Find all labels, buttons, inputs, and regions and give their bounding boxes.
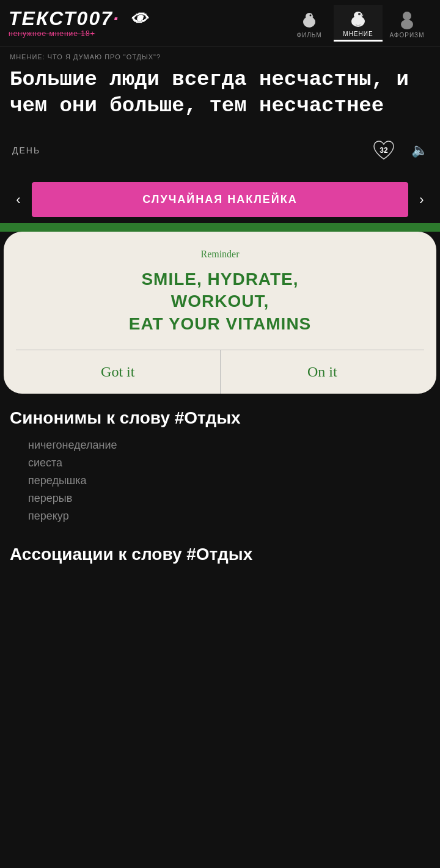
- reminder-label: Reminder: [200, 249, 239, 260]
- svg-point-8: [358, 13, 361, 15]
- hen-icon: [347, 7, 369, 29]
- nav-film-label: ФИЛЬМ: [296, 32, 321, 39]
- day-label: ДЕНЬ: [12, 145, 40, 155]
- prev-sticker-btn[interactable]: ‹: [5, 184, 32, 216]
- sticker-bar: ‹ СЛУЧАЙНАЯ НАКЛЕЙКА ›: [0, 176, 440, 223]
- nav-opinion-label: МНЕНИЕ: [343, 31, 373, 37]
- volume-icon[interactable]: 🔈: [411, 142, 428, 158]
- header: ТЕКСТ007· 👁 ненужное мнение 18+ ФИЛЬМ: [0, 0, 440, 47]
- quote-text: Большие люди всегда несчастны, и чем они…: [10, 67, 430, 119]
- list-item: сиеста: [28, 454, 430, 472]
- next-sticker-btn[interactable]: ›: [408, 184, 435, 216]
- logo-dot: ·: [113, 7, 120, 29]
- silhouette-icon: [396, 9, 418, 31]
- svg-point-10: [403, 12, 411, 20]
- logo-text: ТЕКСТ007· 👁: [9, 9, 285, 29]
- reminder-actions: Got it On it: [16, 350, 424, 394]
- synonyms-list: ничегонеделание сиеста передышка перерыв…: [10, 436, 430, 525]
- header-nav: ФИЛЬМ МНЕНИЕ АФОРИЗМ: [285, 5, 431, 42]
- synonyms-section: Синонимы к слову #Отдых ничегонеделание …: [0, 394, 440, 535]
- nav-film[interactable]: ФИЛЬМ: [285, 5, 334, 42]
- got-it-btn[interactable]: Got it: [16, 350, 220, 394]
- synonyms-title: Синонимы к слову #Отдых: [10, 408, 430, 428]
- reminder-body: SMILE, HYDRATE,WORKOUT,EAT YOUR VITAMINS: [129, 268, 312, 335]
- chicken-icon: [298, 9, 320, 31]
- heart-count: 32: [380, 146, 387, 155]
- bottom-bar: ДЕНЬ 32 🔈: [10, 137, 430, 164]
- breadcrumb: МНЕНИЕ: ЧТО Я ДУМАЮ ПРО "ОТДЫХ"?: [10, 53, 430, 61]
- list-item: ничегонеделание: [28, 436, 430, 454]
- eye-icon: 👁: [130, 10, 148, 29]
- heart-badge[interactable]: 32: [367, 137, 400, 164]
- nav-aphorism[interactable]: АФОРИЗМ: [383, 5, 431, 42]
- associations-title: Ассоциации к слову #Отдых: [10, 545, 430, 564]
- list-item: перерыв: [28, 490, 430, 507]
- associations-section: Ассоциации к слову #Отдых: [0, 535, 440, 564]
- green-separator: [0, 223, 440, 232]
- reminder-card: Reminder SMILE, HYDRATE,WORKOUT,EAT YOUR…: [4, 232, 436, 394]
- main-content: МНЕНИЕ: ЧТО Я ДУМАЮ ПРО "ОТДЫХ"? Большие…: [0, 47, 440, 176]
- list-item: передышка: [28, 472, 430, 490]
- svg-point-11: [401, 20, 413, 29]
- svg-point-6: [354, 12, 362, 19]
- on-it-btn[interactable]: On it: [221, 350, 425, 394]
- nav-opinion[interactable]: МНЕНИЕ: [334, 5, 383, 42]
- logo-area: ТЕКСТ007· 👁 ненужное мнение 18+: [9, 9, 285, 39]
- logo-subtitle: ненужное мнение 18+: [9, 29, 285, 38]
- random-sticker-btn[interactable]: СЛУЧАЙНАЯ НАКЛЕЙКА: [32, 182, 408, 217]
- list-item: перекур: [28, 507, 430, 525]
- svg-point-3: [310, 14, 312, 16]
- bottom-bar-right: 32 🔈: [367, 137, 428, 164]
- nav-aphorism-label: АФОРИЗМ: [390, 32, 425, 39]
